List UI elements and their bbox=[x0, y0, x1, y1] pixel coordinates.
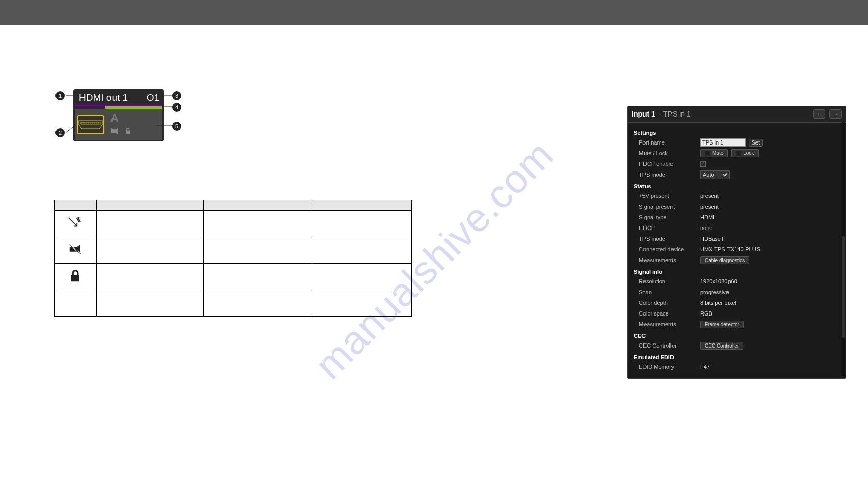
table-header-icon bbox=[55, 200, 97, 211]
empty-icon-cell bbox=[55, 290, 97, 317]
status-row: +5V presentpresent bbox=[634, 191, 841, 200]
signal-label: Color space bbox=[639, 310, 700, 317]
section-status: Status bbox=[634, 183, 841, 189]
signal-label: Scan bbox=[639, 289, 700, 295]
signal-value: progressive bbox=[700, 289, 729, 295]
table-cell bbox=[96, 211, 203, 237]
table-cell bbox=[310, 290, 412, 317]
table-cell bbox=[203, 237, 310, 264]
status-label: +5V present bbox=[639, 193, 700, 199]
table-cell bbox=[96, 290, 203, 317]
status-value: present bbox=[700, 204, 719, 210]
panel-title-bar: Input 1 - TPS in 1 ← → bbox=[628, 106, 846, 123]
prev-port-button[interactable]: ← bbox=[813, 109, 825, 119]
table-cell bbox=[310, 264, 412, 290]
signal-row: Color depth8 bits per pixel bbox=[634, 298, 841, 307]
table-row bbox=[55, 264, 412, 290]
signal-label: Color depth bbox=[639, 300, 700, 306]
scrollbar-thumb[interactable] bbox=[842, 236, 845, 338]
status-row: Signal typeHDMI bbox=[634, 213, 841, 222]
tps-mode-label: TPS mode bbox=[639, 171, 700, 178]
status-row: Connected deviceUMX-TPS-TX140-PLUS bbox=[634, 245, 841, 254]
table-cell bbox=[310, 237, 412, 264]
status-label: HDCP bbox=[639, 225, 700, 231]
hdcp-checkbox[interactable] bbox=[700, 161, 706, 167]
section-emulated-edid: Emulated EDID bbox=[634, 354, 841, 360]
table-header-row bbox=[55, 200, 412, 211]
signal-value: 8 bits per pixel bbox=[700, 300, 736, 306]
status-value: none bbox=[700, 225, 712, 231]
signal-label: Resolution bbox=[639, 278, 700, 284]
table-header-3 bbox=[310, 200, 412, 211]
row-measurements-frame: Measurements Frame detector bbox=[634, 320, 841, 329]
table-cell bbox=[203, 211, 310, 237]
edid-memory-value: F47 bbox=[700, 364, 710, 370]
lock-button-label: Lock bbox=[743, 150, 754, 156]
status-label: Connected device bbox=[639, 246, 700, 252]
status-value: UMX-TPS-TX140-PLUS bbox=[700, 246, 760, 252]
table-row bbox=[55, 290, 412, 317]
section-signal-info: Signal info bbox=[634, 269, 841, 275]
tps-mode-select[interactable]: Auto bbox=[700, 170, 730, 179]
signal-row: Resolution1920x1080p60 bbox=[634, 277, 841, 286]
frame-detector-button[interactable]: Frame detector bbox=[700, 321, 744, 328]
row-tps-mode: TPS mode Auto bbox=[634, 170, 841, 179]
row-hdcp-enable: HDCP enable bbox=[634, 159, 841, 168]
status-row: TPS modeHDBaseT bbox=[634, 234, 841, 243]
section-cec: CEC bbox=[634, 333, 841, 339]
panel-body: Settings Port name Set Mute / Lock Mute … bbox=[628, 123, 846, 378]
signal-value: RGB bbox=[700, 310, 712, 317]
table-cell bbox=[96, 264, 203, 290]
port-name-label: Port name bbox=[639, 139, 700, 146]
autoselect-icon-cell bbox=[55, 211, 97, 237]
svg-line-11 bbox=[66, 125, 76, 133]
status-label: TPS mode bbox=[639, 236, 700, 242]
table-row bbox=[55, 237, 412, 264]
measurements-label-2: Measurements bbox=[639, 321, 700, 327]
section-settings: Settings bbox=[634, 130, 841, 136]
mute-button-label: Mute bbox=[712, 150, 723, 156]
table-row bbox=[55, 211, 412, 237]
mute-button[interactable]: Mute bbox=[700, 149, 728, 157]
lock-button[interactable]: Lock bbox=[731, 149, 759, 157]
lock-checkbox-icon bbox=[736, 151, 741, 156]
panel-title-main: Input 1 bbox=[632, 110, 655, 118]
mute-lock-label: Mute / Lock bbox=[639, 150, 700, 156]
mute-checkbox-icon bbox=[705, 151, 710, 156]
port-name-input[interactable] bbox=[700, 138, 746, 147]
table-header-2 bbox=[203, 200, 310, 211]
measurements-label: Measurements bbox=[639, 257, 700, 263]
status-row: Signal presentpresent bbox=[634, 202, 841, 211]
hdcp-enable-label: HDCP enable bbox=[639, 161, 700, 167]
table-cell bbox=[203, 290, 310, 317]
row-cec: CEC Controller CEC Controller bbox=[634, 341, 841, 350]
status-label: Signal present bbox=[639, 204, 700, 210]
status-value: HDMI bbox=[700, 214, 714, 220]
edid-memory-label: EDID Memory bbox=[639, 364, 700, 370]
status-value: present bbox=[700, 193, 719, 199]
status-row: HDCPnone bbox=[634, 223, 841, 233]
table-header-1 bbox=[96, 200, 203, 211]
table-cell bbox=[203, 264, 310, 290]
table-cell bbox=[96, 237, 203, 264]
table-cell bbox=[310, 211, 412, 237]
cable-diagnostics-button[interactable]: Cable diagnostics bbox=[700, 256, 749, 264]
icon-state-table bbox=[54, 200, 412, 317]
row-edid-memory: EDID Memory F47 bbox=[634, 362, 841, 371]
panel-scrollbar[interactable] bbox=[842, 122, 845, 376]
browser-top-bar bbox=[0, 0, 868, 25]
row-measurements-cable: Measurements Cable diagnostics bbox=[634, 255, 841, 265]
next-port-button[interactable]: → bbox=[829, 109, 842, 119]
row-mute-lock: Mute / Lock Mute Lock bbox=[634, 149, 841, 158]
panel-title-sub: - TPS in 1 bbox=[657, 110, 691, 118]
lock-icon-cell bbox=[55, 264, 97, 290]
port-properties-panel: Input 1 - TPS in 1 ← → Settings Port nam… bbox=[627, 106, 846, 379]
status-value: HDBaseT bbox=[700, 236, 724, 242]
cec-controller-label: CEC Controller bbox=[639, 342, 700, 349]
signal-value: 1920x1080p60 bbox=[700, 278, 737, 284]
signal-row: Scanprogressive bbox=[634, 288, 841, 297]
cec-controller-button[interactable]: CEC Controller bbox=[700, 342, 743, 350]
signal-row: Color spaceRGB bbox=[634, 309, 841, 318]
set-button[interactable]: Set bbox=[749, 139, 763, 147]
status-label: Signal type bbox=[639, 214, 700, 220]
